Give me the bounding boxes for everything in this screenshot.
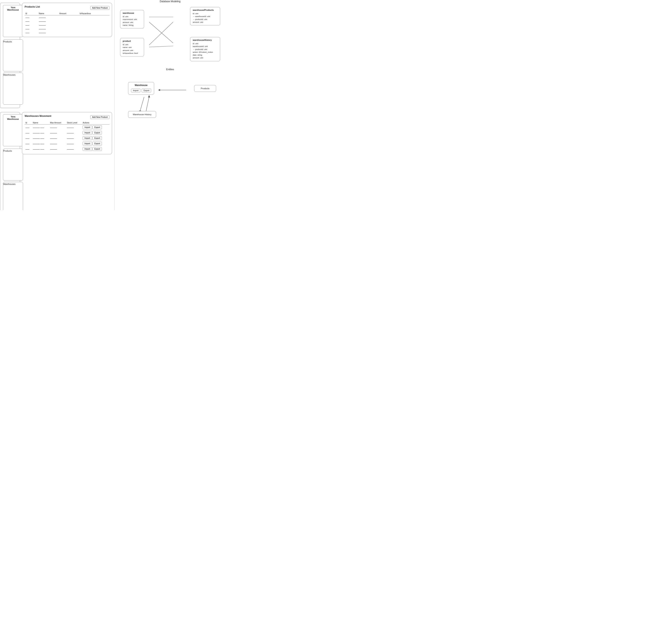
mock-id	[25, 29, 29, 29]
mock-id	[25, 18, 29, 18]
db-product-field-2: name: uint	[123, 46, 142, 49]
right-column: Database Modeling warehouse id: uint max…	[120, 0, 220, 126]
table-row	[25, 27, 110, 31]
table-row: Import Export	[25, 141, 110, 146]
sidebar-item-products-1[interactable]: Products	[3, 40, 23, 71]
entities-connector-svg	[120, 74, 220, 126]
db-wch-field-5: date: string	[193, 54, 218, 56]
section-warehouses-movement-1: Yara Warehouse Products Warehouses Wareh…	[0, 112, 112, 210]
import-btn[interactable]: Import	[83, 131, 92, 135]
export-btn[interactable]: Export	[93, 136, 102, 140]
db-entity-warehouseproducts-name: warehouseProducts	[193, 9, 218, 11]
svg-line-3	[149, 46, 173, 47]
entity-products-label: Products	[201, 87, 209, 90]
table-row	[25, 31, 110, 34]
db-entity-warehouse-products: warehouseProducts id: uint → warehouseId…	[190, 7, 220, 25]
db-modeling-title: Database Modeling	[120, 0, 220, 3]
mock-id	[25, 21, 29, 22]
export-btn[interactable]: Export	[93, 142, 102, 145]
entities-diagram-section: Entities Warehouse Import Export	[120, 68, 220, 126]
import-btn[interactable]: Import	[83, 147, 92, 151]
db-wcp-field-1: id: uint	[193, 12, 218, 15]
db-product-field-1: id: uint	[123, 43, 142, 46]
col-amount-1: Amount	[58, 12, 79, 16]
svg-line-8	[146, 97, 149, 111]
db-wcp-field-3: → productId: uint	[193, 18, 218, 21]
mock-name	[39, 33, 46, 33]
entity-products: Products	[194, 85, 216, 92]
import-btn[interactable]: Import	[83, 125, 92, 129]
db-wch-field-4: action: EProduct_Action	[193, 51, 218, 54]
db-warehouse-field-4: name: String	[123, 24, 142, 27]
db-product-field-4: isHazardous: bool	[123, 52, 142, 55]
table-row	[25, 23, 110, 27]
db-entity-warehouse-history: warehouseHistory id: uint warehouseId: u…	[190, 37, 220, 61]
svg-marker-5	[158, 89, 160, 91]
col-maxamount-2: Max Amount	[49, 121, 66, 125]
section-products-list: Yara Warehouse Products Warehouses Produ…	[0, 3, 112, 108]
add-new-product-btn-2[interactable]: Add New Product	[90, 115, 110, 119]
table-row	[25, 16, 110, 19]
db-entity-product-name: product	[123, 40, 142, 42]
db-entity-warehouse-name: warehouse	[123, 12, 142, 14]
export-entity-btn[interactable]: Export	[142, 89, 151, 92]
db-product-field-3: amount: uint	[123, 49, 142, 52]
table-row: Import Export	[25, 125, 110, 130]
db-modeling-section: Database Modeling warehouse id: uint max…	[120, 0, 220, 62]
warehouses-movement-title-1: Warehouses Movement	[25, 115, 51, 117]
db-entity-warehousehistory-name: warehouseHistory	[193, 39, 218, 41]
db-warehouse-field-3: amount: uint	[123, 21, 142, 24]
col-id-2: Id	[25, 121, 32, 125]
svg-line-1	[149, 22, 173, 43]
db-warehouse-field-1: id: uint	[123, 15, 142, 18]
table-row: Import Export	[25, 130, 110, 136]
db-wch-field-3: → productId: uint	[193, 48, 218, 51]
sidebar-item-warehouses-1[interactable]: Warehouses	[3, 73, 23, 105]
sidebar-item-products-2[interactable]: Products	[3, 149, 23, 181]
export-btn[interactable]: Export	[93, 147, 102, 151]
entities-diagram-title: Entities	[120, 68, 220, 71]
entities-diagram: Warehouse Import Export Products Warehou…	[120, 74, 220, 126]
mock-name	[39, 29, 46, 29]
products-list-main: Products List Add New Product Id Name Am…	[22, 3, 112, 37]
db-wch-field-2: warehouseId: uint	[193, 45, 218, 48]
add-new-product-btn-1[interactable]: Add New Product	[90, 6, 110, 10]
db-entity-warehouse: warehouse id: uint maxAmount: uint amoun…	[120, 10, 144, 28]
table-row	[25, 19, 110, 23]
db-wch-field-6: amount: uint	[193, 56, 218, 59]
sidebar-1: Yara Warehouse Products Warehouses	[0, 3, 20, 108]
col-name-1: Name	[38, 12, 58, 16]
entity-warehouse-history-label: Warehouse History	[133, 113, 151, 116]
import-btn[interactable]: Import	[83, 142, 92, 145]
sidebar-item-warehouses-2[interactable]: Warehouses	[3, 182, 23, 210]
col-name-2: Name	[32, 121, 49, 125]
db-warehouse-field-2: maxAmount: uint	[123, 18, 142, 21]
products-table: Id Name Amount IsHazardous	[25, 12, 110, 34]
export-btn[interactable]: Export	[93, 125, 102, 129]
export-btn[interactable]: Export	[93, 131, 102, 135]
mock-id	[25, 33, 29, 33]
import-entity-btn[interactable]: Import	[131, 89, 140, 92]
left-column: Yara Warehouse Products Warehouses Produ…	[0, 0, 112, 210]
entity-warehouse: Warehouse Import Export	[128, 82, 154, 95]
mock-name	[39, 21, 46, 22]
entity-warehouse-history-box: Warehouse History	[128, 111, 156, 118]
svg-marker-9	[148, 95, 150, 97]
svg-line-6	[140, 97, 144, 111]
db-diagram: warehouse id: uint maxAmount: uint amoun…	[120, 6, 220, 62]
db-wcp-field-2: → warehouseId: uint	[193, 15, 218, 18]
col-ishazardous-1: IsHazardous	[79, 12, 110, 16]
table-row: Import Export	[25, 146, 110, 152]
svg-line-2	[149, 22, 173, 45]
import-btn[interactable]: Import	[83, 136, 92, 140]
db-entity-product: product id: uint name: uint amount: uint…	[120, 38, 144, 56]
mock-id	[25, 25, 29, 26]
sidebar-2: Yara Warehouse Products Warehouses	[0, 112, 20, 210]
app-title-1: Yara Warehouse	[3, 5, 23, 37]
db-wch-field-1: id: uint	[193, 42, 218, 45]
db-wcp-field-4: amount: uint	[193, 21, 218, 24]
products-list-title: Products List	[25, 5, 40, 8]
mock-name	[39, 18, 46, 18]
col-actions-2: Actions	[82, 121, 110, 125]
mock-name	[39, 25, 46, 26]
